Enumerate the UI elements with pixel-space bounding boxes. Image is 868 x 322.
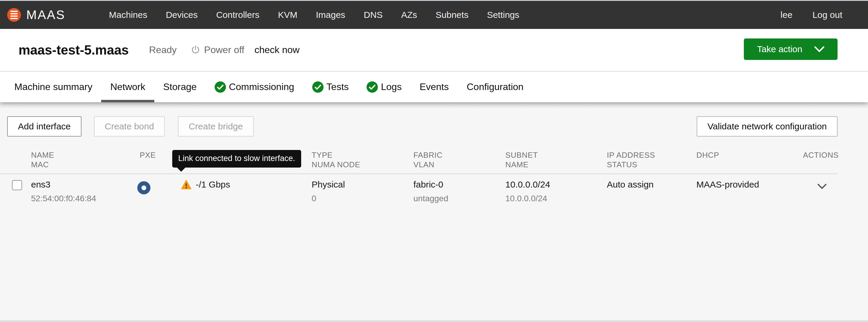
- subnet-name: 10.0.0.0/24: [505, 194, 607, 203]
- header-subnet-name-line: NAME: [505, 160, 607, 169]
- tab-label: Storage: [163, 81, 197, 93]
- row-expand-chevron-icon[interactable]: [817, 184, 827, 189]
- tab-label: Tests: [327, 81, 349, 93]
- tab-storage[interactable]: Storage: [154, 72, 206, 102]
- nav-item-devices[interactable]: Devices: [166, 10, 197, 20]
- header-ip-address: IP ADDRESS: [607, 150, 655, 159]
- user-nav: lee Log out: [780, 10, 868, 20]
- header-numa-node: NUMA NODE: [312, 160, 413, 169]
- validate-network-configuration-button[interactable]: Validate network configuration: [697, 116, 838, 137]
- row-subnet-cell: 10.0.0.0/24 10.0.0.0/24: [505, 179, 607, 203]
- header-mac: MAC: [31, 160, 137, 169]
- tab-label: Network: [110, 81, 145, 93]
- row-name-mac-cell: ens3 52:54:00:f0:46:84: [31, 179, 137, 203]
- nav-item-settings[interactable]: Settings: [487, 10, 519, 20]
- header-status: STATUS: [607, 160, 696, 169]
- header-subnet-name: SUBNET NAME: [505, 150, 607, 169]
- vlan: untagged: [413, 194, 505, 203]
- nav-item-azs[interactable]: AZs: [401, 10, 417, 20]
- row-pxe-cell: [137, 179, 181, 203]
- row-fabric-cell: fabric-0 untagged: [413, 179, 505, 203]
- tab-tests[interactable]: Tests: [303, 72, 358, 102]
- nav-item-dns[interactable]: DNS: [364, 10, 383, 20]
- tab-configuration[interactable]: Configuration: [458, 72, 532, 102]
- network-tab-content: Add interface Create bond Create bridge …: [0, 102, 868, 322]
- nav-item-machines[interactable]: Machines: [109, 10, 147, 20]
- header-type: TYPE: [312, 150, 333, 159]
- success-check-icon: [367, 81, 378, 93]
- dhcp-value: MAAS-provided: [696, 179, 759, 189]
- subnet-cidr: 10.0.0.0/24: [505, 179, 550, 189]
- header-name: NAME: [31, 150, 54, 159]
- power-icon: [190, 45, 200, 55]
- create-bridge-button[interactable]: Create bridge: [178, 116, 254, 137]
- interfaces-table-header: NAME MAC PXE TYPE NUMA NODE FABRIC VLAN …: [0, 150, 838, 174]
- interface-type: Physical: [312, 179, 345, 189]
- link-speed: -/1 Gbps: [196, 179, 230, 190]
- tab-label: Commissioning: [229, 81, 294, 93]
- power-state-label: Power off: [204, 44, 244, 56]
- slow-interface-tooltip: Link connected to slow interface.: [172, 150, 301, 168]
- row-link-speed-cell: -/1 Gbps: [181, 179, 312, 203]
- add-interface-button[interactable]: Add interface: [7, 116, 82, 137]
- tab-events[interactable]: Events: [411, 72, 458, 102]
- machine-title: maas-test-5.maas: [19, 43, 129, 58]
- tab-network[interactable]: Network: [101, 72, 154, 102]
- hamburger-menu-icon: [7, 8, 21, 22]
- tab-label: Logs: [381, 81, 401, 93]
- row-type-cell: Physical 0: [312, 179, 413, 203]
- header-subnet: SUBNET: [505, 150, 538, 159]
- brand-name: MAAS: [26, 8, 65, 22]
- success-check-icon: [215, 81, 226, 93]
- tab-machine-summary[interactable]: Machine summary: [5, 72, 101, 102]
- maas-logo[interactable]: MAAS: [0, 8, 65, 22]
- pxe-radio-selected[interactable]: [137, 181, 150, 194]
- machine-status: Ready: [149, 44, 177, 56]
- machine-tabs: Machine summary Network Storage Commissi…: [0, 72, 868, 102]
- interface-name: ens3: [31, 179, 51, 189]
- interface-toolbar: Add interface Create bond Create bridge …: [0, 102, 868, 137]
- row-dhcp-cell: MAAS-provided: [696, 179, 803, 203]
- interfaces-table: NAME MAC PXE TYPE NUMA NODE FABRIC VLAN …: [0, 150, 838, 203]
- tab-label: Machine summary: [14, 81, 92, 93]
- header-type-numa: TYPE NUMA NODE: [312, 150, 413, 169]
- tab-label: Configuration: [467, 81, 523, 93]
- nav-item-kvm[interactable]: KVM: [278, 10, 297, 20]
- interface-row-ens3: ens3 52:54:00:f0:46:84 -/1 Gbps Physical: [0, 174, 838, 203]
- nav-item-images[interactable]: Images: [316, 10, 345, 20]
- nav-item-subnets[interactable]: Subnets: [435, 10, 468, 20]
- window-bottom-border: [0, 320, 868, 322]
- user-menu[interactable]: lee: [780, 10, 793, 20]
- header-ip-status: IP ADDRESS STATUS: [607, 150, 696, 169]
- tab-logs[interactable]: Logs: [358, 72, 410, 102]
- row-select-cell: [0, 179, 31, 203]
- success-check-icon: [312, 81, 323, 93]
- tab-label: Events: [420, 81, 449, 93]
- check-power-now-link[interactable]: check now: [254, 44, 299, 56]
- chevron-down-icon: [814, 46, 825, 52]
- primary-nav-links: Machines Devices Controllers KVM Images …: [109, 10, 519, 20]
- row-ip-cell: Auto assign: [607, 179, 696, 203]
- machine-header: maas-test-5.maas Ready Power off check n…: [0, 29, 868, 72]
- take-action-button[interactable]: Take action: [744, 38, 838, 60]
- header-vlan: VLAN: [413, 160, 505, 169]
- interface-mac: 52:54:00:f0:46:84: [31, 194, 137, 203]
- header-name-mac: NAME MAC: [31, 150, 137, 169]
- fabric: fabric-0: [413, 179, 443, 189]
- top-navigation-bar: MAAS Machines Devices Controllers KVM Im…: [0, 1, 868, 29]
- header-dhcp: DHCP: [696, 150, 803, 169]
- row-checkbox[interactable]: [12, 180, 22, 190]
- warning-icon: [181, 180, 192, 189]
- header-fabric-vlan: FABRIC VLAN: [413, 150, 505, 169]
- ip-status: Auto assign: [607, 179, 654, 189]
- row-actions-cell: [803, 179, 838, 203]
- header-fabric: FABRIC: [413, 150, 443, 159]
- header-actions: ACTIONS: [803, 150, 839, 169]
- header-select-column: [0, 150, 31, 169]
- numa-node: 0: [312, 194, 413, 203]
- nav-item-controllers[interactable]: Controllers: [216, 10, 259, 20]
- tab-commissioning[interactable]: Commissioning: [206, 72, 303, 102]
- take-action-label: Take action: [757, 44, 802, 54]
- create-bond-button[interactable]: Create bond: [94, 116, 165, 137]
- logout-link[interactable]: Log out: [812, 10, 842, 20]
